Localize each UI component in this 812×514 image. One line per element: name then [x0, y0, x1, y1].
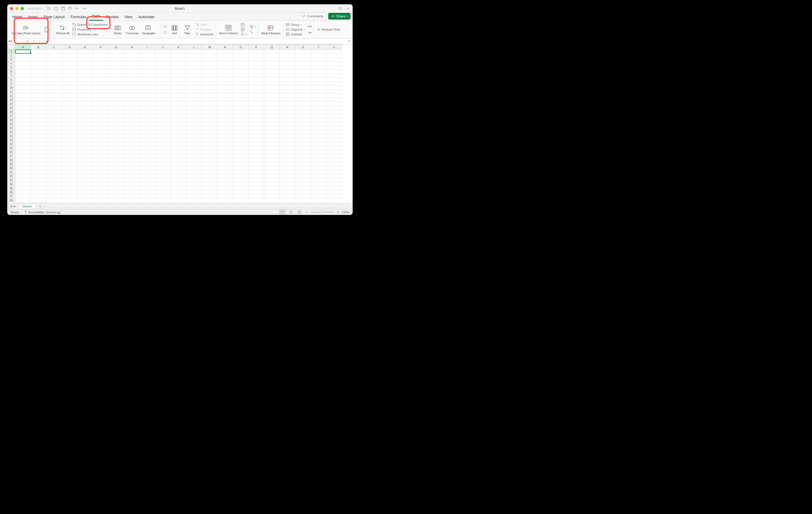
cell[interactable] [280, 138, 295, 142]
cell[interactable] [124, 182, 140, 186]
cell[interactable] [62, 94, 78, 98]
cell[interactable] [295, 150, 311, 154]
cell[interactable] [78, 146, 93, 150]
row-header[interactable]: 4 [7, 62, 15, 66]
cell[interactable] [202, 90, 218, 94]
cell[interactable] [62, 122, 78, 126]
cell[interactable] [62, 146, 78, 150]
cell[interactable] [31, 122, 47, 126]
cell[interactable] [202, 62, 218, 66]
cell[interactable] [31, 50, 47, 54]
cell[interactable] [124, 90, 140, 94]
cell[interactable] [218, 162, 233, 166]
cell[interactable] [15, 198, 31, 202]
cell[interactable] [62, 62, 78, 66]
cell[interactable] [295, 166, 311, 170]
cell[interactable] [62, 54, 78, 58]
cell[interactable] [15, 70, 31, 74]
cell[interactable] [295, 62, 311, 66]
cell[interactable] [15, 142, 31, 146]
cell[interactable] [124, 150, 140, 154]
cell[interactable] [78, 114, 93, 118]
cell[interactable] [326, 70, 342, 74]
cell[interactable] [202, 174, 218, 178]
cell[interactable] [15, 166, 31, 170]
cell[interactable] [326, 66, 342, 70]
cell[interactable] [47, 134, 62, 138]
cell[interactable] [218, 142, 233, 146]
cell[interactable] [155, 98, 171, 102]
cell[interactable] [326, 174, 342, 178]
cell[interactable] [109, 54, 124, 58]
cell[interactable] [78, 130, 93, 134]
cell[interactable] [155, 146, 171, 150]
cell[interactable] [249, 70, 264, 74]
row-header[interactable]: 23 [7, 138, 15, 142]
cell[interactable] [140, 94, 155, 98]
cell[interactable] [186, 66, 202, 70]
cell[interactable] [171, 186, 186, 190]
cell[interactable] [109, 58, 124, 62]
cell[interactable] [264, 94, 280, 98]
cell[interactable] [62, 114, 78, 118]
row-header[interactable]: 21 [7, 130, 15, 134]
cell[interactable] [47, 122, 62, 126]
cell[interactable] [202, 138, 218, 142]
cell[interactable] [78, 62, 93, 66]
cell[interactable] [140, 170, 155, 174]
cell[interactable] [202, 142, 218, 146]
cell[interactable] [124, 110, 140, 114]
cell[interactable] [31, 138, 47, 142]
cell[interactable] [78, 174, 93, 178]
cell[interactable] [295, 126, 311, 130]
cell[interactable] [109, 146, 124, 150]
cell[interactable] [171, 194, 186, 198]
cell[interactable] [124, 82, 140, 86]
cell[interactable] [155, 70, 171, 74]
cell[interactable] [171, 98, 186, 102]
cell[interactable] [233, 182, 249, 186]
cell[interactable] [140, 174, 155, 178]
cell[interactable] [62, 174, 78, 178]
cell[interactable] [124, 198, 140, 202]
cell[interactable] [62, 90, 78, 94]
column-header[interactable]: A [15, 44, 31, 50]
cell[interactable] [295, 174, 311, 178]
cell[interactable] [47, 98, 62, 102]
cell[interactable] [109, 142, 124, 146]
cell[interactable] [218, 158, 233, 162]
from-file-button[interactable]: ▾ [42, 26, 52, 33]
cell[interactable] [47, 198, 62, 202]
cell[interactable] [326, 142, 342, 146]
cell[interactable] [171, 82, 186, 86]
cell[interactable] [93, 198, 109, 202]
cell[interactable] [186, 50, 202, 54]
cell[interactable] [62, 98, 78, 102]
cell[interactable] [171, 178, 186, 182]
cell[interactable] [171, 54, 186, 58]
cell[interactable] [124, 118, 140, 122]
cell[interactable] [93, 54, 109, 58]
cell[interactable] [233, 194, 249, 198]
cell[interactable] [202, 114, 218, 118]
cell[interactable] [202, 106, 218, 110]
cell[interactable] [155, 190, 171, 194]
cell[interactable] [47, 162, 62, 166]
cell[interactable] [109, 126, 124, 130]
cell[interactable] [233, 150, 249, 154]
cell[interactable] [311, 118, 326, 122]
cell[interactable] [326, 110, 342, 114]
cell[interactable] [124, 142, 140, 146]
cell[interactable] [186, 114, 202, 118]
cell[interactable] [93, 50, 109, 54]
cell[interactable] [62, 66, 78, 70]
queries-connections-button[interactable]: Queries & Connections [71, 23, 108, 27]
cell[interactable] [78, 154, 93, 158]
cell[interactable] [124, 122, 140, 126]
row-header[interactable]: 10 [7, 86, 15, 90]
cell[interactable] [124, 62, 140, 66]
cell[interactable] [202, 186, 218, 190]
column-header[interactable]: B [31, 44, 47, 50]
cell[interactable] [326, 130, 342, 134]
cell[interactable] [264, 130, 280, 134]
